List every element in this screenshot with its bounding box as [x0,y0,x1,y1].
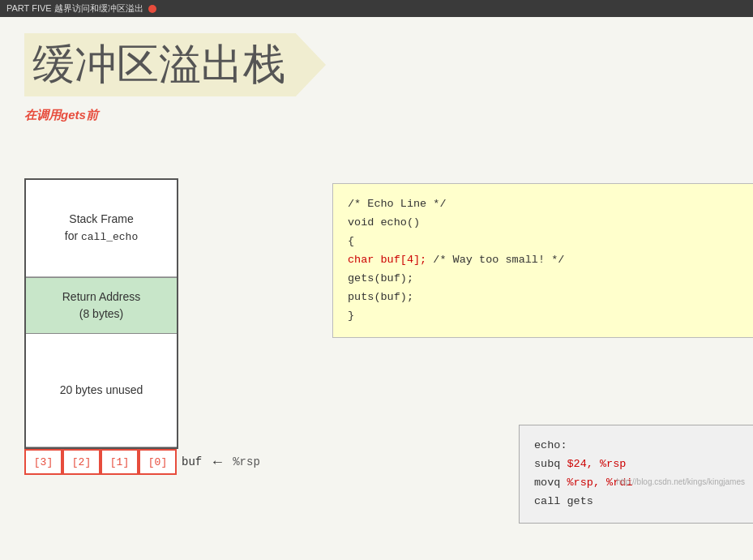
buf-cell-3: [3] [24,449,62,475]
buf-cell-1: [1] [101,449,139,475]
code-line-4: char buf[4]; /* Way too small! */ [348,251,738,270]
subtitle: 在调用gets前 [24,108,729,123]
return-address-text: Return Address (8 bytes) [62,289,141,323]
page-title: 缓冲区溢出栈 [24,33,326,96]
buf-cell-0: [0] [139,449,177,475]
top-bar-dot [148,5,156,13]
watermark: http://blog.csdn.net/kings/kingjames [617,477,745,486]
code-line-5: gets(buf); [348,270,738,289]
code-line-6: puts(buf); [348,289,738,307]
main-content: 缓冲区溢出栈 在调用gets前 Stack Frame for call_ech… [0,17,753,491]
code-line-3: { [348,233,738,251]
code-line-1: /* Echo Line */ [348,195,738,214]
asm-line-4: call gets [534,493,747,511]
asm-code-box: echo: subq $24, %rsp movq %rsp, %rdi cal… [519,425,753,524]
diagram-area: Stack Frame for call_echo Return Address… [24,135,729,475]
stack-frame-text: Stack Frame for call_echo [65,211,138,246]
stack-frame-label: Stack Frame for call_echo [26,180,177,277]
asm-line-1: echo: [534,437,747,455]
stack-frame: Stack Frame for call_echo Return Address… [24,178,178,449]
return-address-cell: Return Address (8 bytes) [26,277,177,334]
stack-column: Stack Frame for call_echo Return Address… [24,178,260,475]
top-bar-label: PART FIVE 越界访问和缓冲区溢出 [6,2,143,15]
unused-bytes-text: 20 bytes unused [60,382,143,399]
code-line-7: } [348,307,738,326]
buf-label: buf [182,455,202,468]
buf-row: [3] [2] [1] [0] buf ← %rsp [24,449,260,475]
buf-cell-2: [2] [62,449,101,475]
asm-line-2: subq $24, %rsp [534,455,747,474]
rsp-label: %rsp [233,455,260,468]
arrow-icon: ← [210,454,225,471]
buf-label-area: buf ← %rsp [182,454,260,471]
unused-bytes-cell: 20 bytes unused [26,334,177,447]
top-bar: PART FIVE 越界访问和缓冲区溢出 [0,0,753,17]
echo-code-box: /* Echo Line */ void echo() { char buf[4… [332,183,753,338]
code-line-2: void echo() [348,214,738,233]
